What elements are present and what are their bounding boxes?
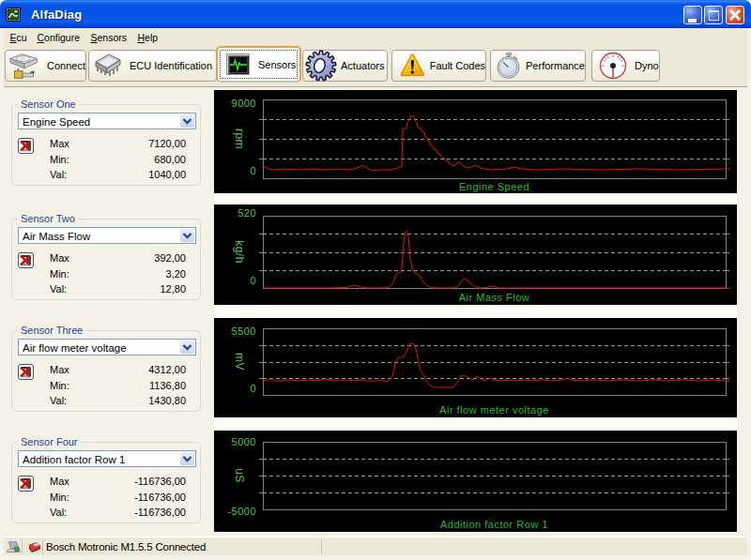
svg-text:0: 0: [250, 275, 256, 286]
svg-text:kg/h: kg/h: [233, 240, 246, 264]
svg-text:uS: uS: [233, 468, 246, 483]
svg-text:Engine Speed: Engine Speed: [459, 181, 529, 192]
svg-text:mV: mV: [233, 353, 246, 371]
svg-text:-5000: -5000: [227, 506, 256, 517]
svg-text:0: 0: [250, 165, 256, 176]
svg-text:0: 0: [250, 383, 256, 394]
svg-text:5500: 5500: [232, 325, 256, 337]
svg-text:5000: 5000: [232, 436, 256, 447]
svg-text:Air Mass Flow: Air Mass Flow: [459, 292, 530, 303]
svg-text:520: 520: [238, 207, 256, 219]
svg-text:rpm: rpm: [233, 129, 246, 149]
svg-text:9000: 9000: [232, 98, 256, 109]
svg-text:Air flow meter voltage: Air flow meter voltage: [439, 404, 549, 416]
svg-text:Addition factor Row 1: Addition factor Row 1: [440, 519, 548, 530]
